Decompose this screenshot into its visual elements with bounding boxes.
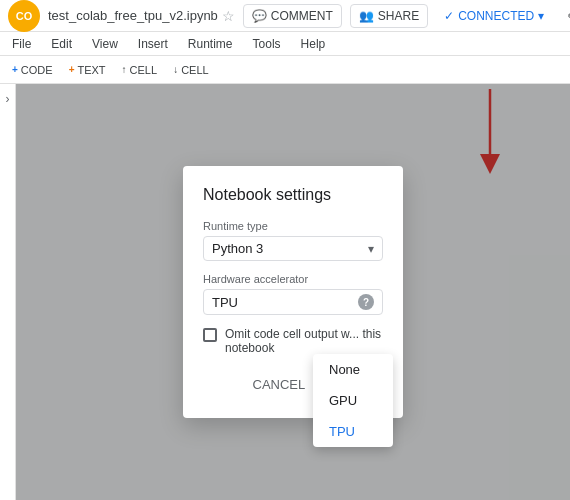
- star-icon[interactable]: ☆: [222, 8, 235, 24]
- connected-button[interactable]: ✓ CONNECTED ▾: [436, 5, 552, 27]
- menu-tools[interactable]: Tools: [249, 35, 285, 53]
- omit-output-label: Omit code cell output w... this notebook: [225, 327, 383, 355]
- top-bar: CO test_colab_free_tpu_v2.ipynb ☆ 💬 COMM…: [0, 0, 570, 32]
- co-logo: CO: [8, 0, 40, 32]
- share-button[interactable]: 👥 SHARE: [350, 4, 428, 28]
- menu-bar: File Edit View Insert Runtime Tools Help: [0, 32, 570, 56]
- menu-file[interactable]: File: [8, 35, 35, 53]
- hardware-accelerator-field: Hardware accelerator TPU ?: [203, 273, 383, 315]
- file-name: test_colab_free_tpu_v2.ipynb: [48, 8, 218, 23]
- runtime-type-value: Python 3: [212, 241, 263, 256]
- toolbar-cell-up[interactable]: ↑ CELL: [118, 62, 162, 78]
- notebook-area: Notebook settings Runtime type Python 3 …: [16, 84, 570, 500]
- dialog-overlay: Notebook settings Runtime type Python 3 …: [16, 84, 570, 500]
- dropdown-item-gpu[interactable]: GPU: [313, 385, 393, 416]
- top-right-actions: 💬 COMMENT 👥 SHARE ✓ CONNECTED ▾ ✏ EDITIN…: [243, 4, 570, 28]
- hardware-accelerator-value: TPU: [212, 295, 354, 310]
- comment-label: COMMENT: [271, 9, 333, 23]
- main-content: › Notebook settings Runtime type Python …: [0, 84, 570, 500]
- menu-view[interactable]: View: [88, 35, 122, 53]
- file-info: test_colab_free_tpu_v2.ipynb ☆: [48, 8, 235, 24]
- editing-button[interactable]: ✏ EDITING ▾: [560, 5, 570, 27]
- code-icon: +: [12, 64, 18, 75]
- connected-label: CONNECTED: [458, 9, 534, 23]
- dialog-title: Notebook settings: [203, 186, 383, 204]
- text-icon: +: [69, 64, 75, 75]
- toolbar-code[interactable]: + CODE: [8, 62, 57, 78]
- runtime-type-label: Runtime type: [203, 220, 383, 232]
- runtime-type-select[interactable]: Python 3 ▾: [203, 236, 383, 261]
- toolbar-cell-down-label: CELL: [181, 64, 209, 76]
- comment-icon: 💬: [252, 9, 267, 23]
- hardware-accelerator-label: Hardware accelerator: [203, 273, 383, 285]
- toolbar: + CODE + TEXT ↑ CELL ↓ CELL: [0, 56, 570, 84]
- people-icon: 👥: [359, 9, 374, 23]
- dropdown-tpu-label: TPU: [329, 424, 355, 439]
- cancel-button[interactable]: CANCEL: [241, 371, 318, 398]
- toolbar-cell-down[interactable]: ↓ CELL: [169, 62, 213, 78]
- dropdown-gpu-label: GPU: [329, 393, 357, 408]
- help-icon[interactable]: ?: [358, 294, 374, 310]
- check-icon: ✓: [444, 9, 454, 23]
- menu-help[interactable]: Help: [297, 35, 330, 53]
- sidebar-toggle[interactable]: ›: [0, 84, 16, 500]
- hardware-accelerator-select[interactable]: TPU ?: [203, 289, 383, 315]
- omit-output-row: Omit code cell output w... this notebook: [203, 327, 383, 355]
- toolbar-cell-up-label: CELL: [130, 64, 158, 76]
- arrow-down-icon: ↓: [173, 64, 178, 75]
- toolbar-text[interactable]: + TEXT: [65, 62, 110, 78]
- hardware-dropdown-menu: None GPU TPU: [313, 354, 393, 447]
- toolbar-text-label: TEXT: [77, 64, 105, 76]
- dropdown-item-none[interactable]: None: [313, 354, 393, 385]
- menu-edit[interactable]: Edit: [47, 35, 76, 53]
- runtime-type-field: Runtime type Python 3 ▾: [203, 220, 383, 261]
- runtime-select-chevron: ▾: [368, 242, 374, 256]
- dropdown-item-tpu[interactable]: TPU: [313, 416, 393, 447]
- toolbar-code-label: CODE: [21, 64, 53, 76]
- chevron-left-icon: ›: [6, 92, 10, 106]
- arrow-up-icon: ↑: [122, 64, 127, 75]
- dropdown-none-label: None: [329, 362, 360, 377]
- share-label: SHARE: [378, 9, 419, 23]
- menu-runtime[interactable]: Runtime: [184, 35, 237, 53]
- menu-insert[interactable]: Insert: [134, 35, 172, 53]
- chevron-down-icon: ▾: [538, 9, 544, 23]
- omit-output-checkbox[interactable]: [203, 328, 217, 342]
- comment-button[interactable]: 💬 COMMENT: [243, 4, 342, 28]
